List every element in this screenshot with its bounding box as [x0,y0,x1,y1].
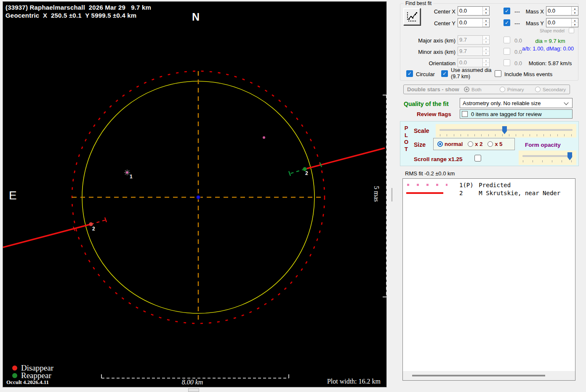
size-x2-radio[interactable] [468,141,473,147]
quality-of-fit-select[interactable]: Astrometry only. No reliable size [460,98,573,108]
size-x5-label: x 5 [495,141,502,147]
form-opacity-thumb[interactable] [567,152,572,160]
minor-axis-value: 9.7 [458,47,482,56]
use-assumed-dia-checkbox[interactable]: ✓ [441,70,448,77]
size-option-x2[interactable]: x 2 [468,141,482,147]
ab-dmag-text: a/b: 1.00, dMag: 0.00 [522,45,581,52]
mass-x-value[interactable]: 0.0 [546,7,571,15]
center-x-checkbox[interactable]: ✓ [503,8,510,14]
minor-axis-spin-down-icon: ▼ [483,51,489,56]
orientation-checkbox [503,59,510,66]
minor-axis-spin-up-icon: ▲ [483,47,489,51]
double-stars-both-radio [464,87,469,92]
dotted-pink-line-icon [407,184,447,186]
mass-y-spin-up-icon[interactable]: ▲ [572,19,578,23]
mass-x-input[interactable]: 0.0 ▲▼ [546,6,578,16]
center-x-value[interactable]: 0.0 [458,7,482,15]
bottom-resize-handle[interactable] [188,388,199,392]
list-horizontal-scrollbar[interactable] [403,371,575,380]
orientation-spin-up-icon: ▲ [483,58,489,63]
mass-x-spin-down-icon[interactable]: ▼ [572,11,578,15]
minor-axis-spinner: ▲▼ [482,47,489,56]
center-y-suffix: --- [514,20,520,26]
review-flags-checkbox[interactable] [462,111,468,117]
observations-legend-list[interactable]: 1(P) Predicted 2 M Skrutskie, near Neder [402,178,575,381]
center-y-spin-down-icon[interactable]: ▼ [483,23,489,27]
center-x-spin-down-icon[interactable]: ▼ [483,11,489,15]
size-x5-radio[interactable] [487,141,493,147]
major-axis-spin-up-icon: ▲ [483,36,489,40]
chevron-down-icon [564,100,568,105]
app-version: Occult 4.2026.4.11 [6,379,49,386]
size-option-x5[interactable]: x 5 [487,141,502,147]
plot-letter-o: O [403,139,410,146]
minor-axis-input: 9.7 ▲▼ [458,47,490,56]
fit-control-panel: Find best fit Center X 0.0 ▲▼ ✓ --- Ma [398,0,582,389]
center-y-spinner[interactable]: ▲▼ [482,19,489,27]
observed-line-sample [405,192,459,194]
scale-slider[interactable] [436,124,576,138]
major-axis-spinner: ▲▼ [482,36,489,44]
center-y-input[interactable]: 0.0 ▲▼ [458,18,490,27]
center-x-label: Center X [415,8,455,15]
minor-axis-label: Minor axis (km) [402,49,455,55]
list-item-id: 1(P) [459,182,479,188]
double-stars-secondary-label: Secondary [543,87,566,92]
mass-x-spinner[interactable]: ▲▼ [571,7,578,15]
center-y-checkbox[interactable]: ✓ [503,19,510,26]
center-y-value[interactable]: 0.0 [458,19,482,27]
panel-splitter[interactable] [392,188,392,201]
scroll-range-checkbox[interactable] [474,155,481,162]
shape-model-checkbox[interactable] [569,28,574,33]
size-option-normal[interactable]: normal [437,141,463,147]
include-miss-checkbox[interactable] [495,70,501,77]
form-opacity-slider[interactable] [519,151,576,165]
center-x-input[interactable]: 0.0 ▲▼ [458,6,490,16]
motion-text: Motion: 5.87 km/s [522,60,578,66]
double-stars-primary-label: Primary [507,87,524,92]
predicted-chord-number: 1 [130,174,133,180]
mass-y-spin-down-icon[interactable]: ▼ [572,23,578,27]
plot-letter-l: L [403,132,410,139]
center-dot [197,196,200,199]
plot-canvas [3,2,387,388]
form-opacity-label: Form opacity [525,142,561,148]
find-best-fit-label: Find best fit [404,0,433,6]
list-item[interactable]: 1(P) Predicted [405,181,575,189]
review-flags-text: 0 items are tagged for review [471,111,542,117]
size-radio-group: normal x 2 x 5 [433,138,515,150]
chord2-right-number: 2 [305,170,308,176]
size-normal-label: normal [445,141,463,147]
plot-letter-t: T [403,146,410,153]
scrollbar-thumb[interactable] [412,375,545,376]
center-x-spin-up-icon[interactable]: ▲ [483,7,489,11]
form-opacity-groove [522,155,573,157]
mas-scale-label: 5 mas [373,186,380,202]
scale-slider-thumb[interactable] [502,126,507,134]
dia-text: dia = 9.7 km [522,38,578,44]
size-normal-radio[interactable] [437,141,443,147]
center-x-spinner[interactable]: ▲▼ [482,7,489,15]
mass-x-spin-up-icon[interactable]: ▲ [572,7,578,11]
major-axis-input: 9.7 ▲▼ [458,35,490,45]
review-flags-field: 0 items are tagged for review [460,109,573,119]
predicted-line-sample [405,184,459,186]
mass-y-value[interactable]: 0.0 [546,19,571,27]
mass-x-label: Mass X [522,8,544,15]
mass-y-input[interactable]: 0.0 ▲▼ [546,18,578,27]
title-line1: (33937) Raphaelmarschall 2026 Mar 29 9.7… [5,4,151,11]
mass-y-spinner[interactable]: ▲▼ [571,19,578,27]
major-axis-label: Major axis (km) [402,37,455,44]
orientation-spinner: ▲▼ [482,58,489,67]
circular-checkbox[interactable]: ✓ [406,70,413,77]
title-line2: Geocentric X 250.5 ±0.1 Y 5999.5 ±0.4 km [5,12,136,19]
major-axis-value: 9.7 [458,36,482,44]
disappear-error-bar [91,220,106,224]
plot-vertical-label: P L O T [403,125,410,153]
orientation-aux: 0.0 [514,60,522,66]
major-axis-spin-down-icon: ▼ [483,40,489,44]
quality-of-fit-value: Astrometry only. No reliable size [460,100,565,106]
center-y-spin-up-icon[interactable]: ▲ [483,19,489,23]
list-item[interactable]: 2 M Skrutskie, near Neder [405,189,575,197]
disappear-error-tick [105,217,107,222]
